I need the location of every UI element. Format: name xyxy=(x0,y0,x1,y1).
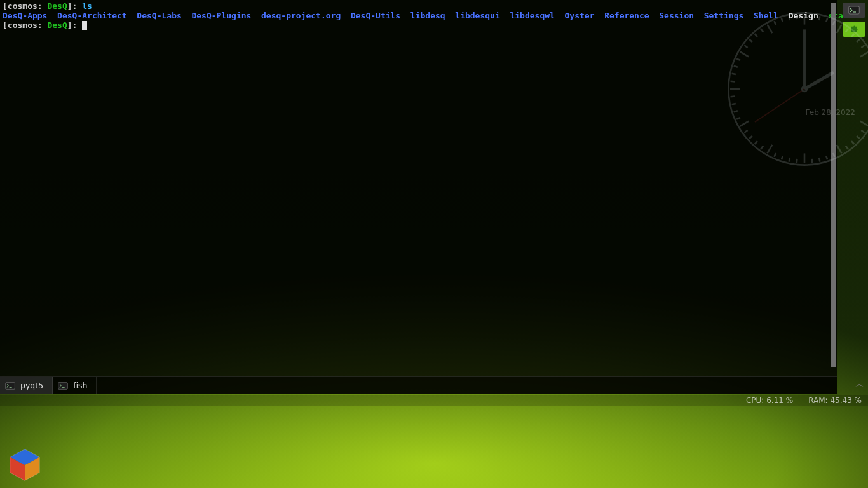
ls-output-line: DesQ-Apps DesQ-Architect DesQ-Labs DesQ-… xyxy=(3,11,868,20)
system-tray xyxy=(843,3,867,37)
svg-line-27 xyxy=(860,121,868,126)
svg-rect-0 xyxy=(6,382,15,389)
terminal-scrollbar[interactable] xyxy=(831,3,836,367)
terminal-tab[interactable]: fish xyxy=(53,377,97,394)
ram-usage: RAM: 45.43 % xyxy=(808,396,862,405)
svg-line-16 xyxy=(861,45,864,48)
desktop-menu-cube-icon[interactable] xyxy=(6,446,43,483)
tab-label: fish xyxy=(73,381,87,390)
ram-label: RAM: xyxy=(808,396,827,405)
terminal-tab-bar: pyqt5fish xyxy=(0,376,837,394)
prompt-host: cosmos: xyxy=(8,20,43,30)
svg-line-30 xyxy=(851,141,854,144)
svg-line-28 xyxy=(861,130,864,133)
prompt-dir: DesQ xyxy=(47,20,67,30)
typed-command: ls xyxy=(82,1,92,11)
ls-entry: DesQ-Labs xyxy=(137,11,181,20)
tab-label: pyqt5 xyxy=(20,381,43,390)
ls-entry: libdesqui xyxy=(455,11,499,20)
ls-entry: desq-project.org xyxy=(261,11,341,20)
cpu-value: 6.11 % xyxy=(766,396,793,405)
ls-entry: DesQ-Plugins xyxy=(191,11,251,20)
svg-line-17 xyxy=(860,52,868,57)
tray-terminal-icon[interactable] xyxy=(843,3,865,18)
terminal-tab[interactable]: pyqt5 xyxy=(0,377,53,394)
prompt-host: cosmos: xyxy=(8,1,43,11)
terminal-cursor xyxy=(82,21,87,30)
ls-entry: Settings xyxy=(704,11,744,20)
terminal-icon xyxy=(58,382,68,390)
ls-entry: DesQ-Apps xyxy=(3,11,47,20)
ls-entry: libdesqwl xyxy=(510,11,554,20)
ls-entry: Session xyxy=(659,11,694,20)
svg-rect-4 xyxy=(849,6,860,14)
prompt-dir: DesQ xyxy=(47,1,67,11)
ls-entry: Oyster xyxy=(565,11,595,20)
ls-entry: Design xyxy=(789,11,818,20)
cpu-usage: CPU: 6.11 % xyxy=(746,396,793,405)
terminal-output[interactable]: [cosmos: DesQ]: ls DesQ-Apps DesQ-Archit… xyxy=(3,1,829,375)
ls-entry: Reference xyxy=(604,11,649,20)
svg-line-31 xyxy=(846,146,848,149)
ls-entry: Shell xyxy=(754,11,778,20)
ram-value: 45.43 % xyxy=(830,396,862,405)
ls-entry: libdesq xyxy=(410,11,445,20)
chevron-up-icon[interactable]: ︿ xyxy=(854,379,865,390)
terminal-window[interactable]: [cosmos: DesQ]: ls DesQ-Apps DesQ-Archit… xyxy=(0,0,837,394)
prompt-bracket-close: ]: xyxy=(67,20,78,30)
tray-puzzle-icon[interactable] xyxy=(843,22,865,37)
prompt-bracket-close: ]: xyxy=(67,1,78,11)
prompt-bracket-open: [ xyxy=(3,20,8,30)
svg-rect-2 xyxy=(58,382,68,389)
ls-entry: DesQ-Architect xyxy=(57,11,127,20)
svg-line-15 xyxy=(857,39,860,42)
ls-entry: DesQ-Utils xyxy=(351,11,400,20)
prompt-bracket-open: [ xyxy=(3,1,8,11)
terminal-icon xyxy=(5,382,15,390)
cpu-label: CPU: xyxy=(746,396,764,405)
svg-line-29 xyxy=(857,136,860,139)
status-bar: CPU: 6.11 % RAM: 45.43 % xyxy=(0,395,868,406)
